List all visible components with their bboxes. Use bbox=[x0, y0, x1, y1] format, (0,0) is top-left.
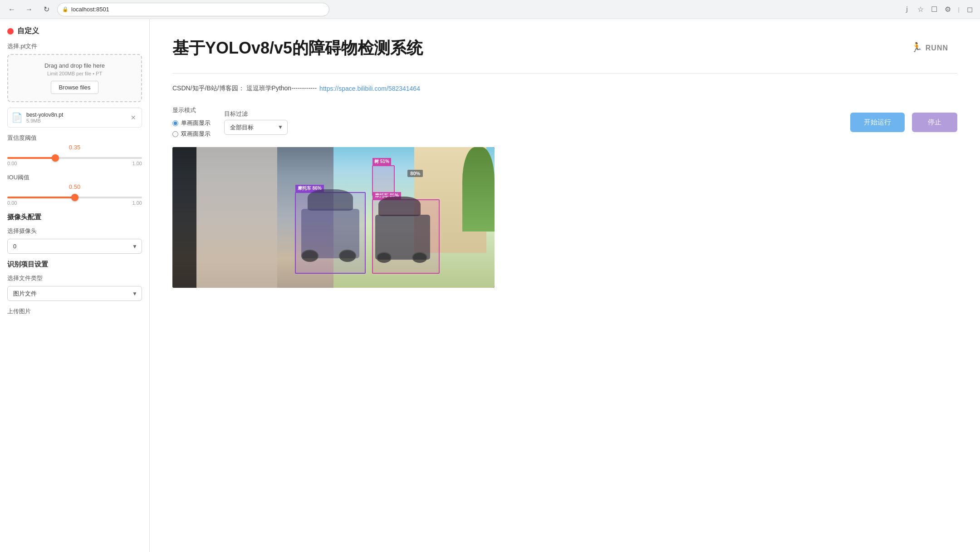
drag-drop-text: Drag and drop file here bbox=[15, 62, 134, 69]
radio-double-option[interactable]: 双画面显示 bbox=[172, 130, 211, 138]
radio-single-label: 单画面显示 bbox=[181, 119, 211, 127]
camera-select[interactable]: 0 bbox=[7, 239, 142, 254]
file-limit-text: Limit 200MB per file • PT bbox=[15, 71, 134, 76]
radio-double-input[interactable] bbox=[172, 131, 178, 137]
filter-select[interactable]: 全部目标 bbox=[224, 120, 288, 135]
running-indicator: 🏃 RUNN bbox=[911, 42, 948, 53]
camera-select-label: 选择摄像头 bbox=[7, 227, 142, 235]
detection-image-container: 摩托车 86% 摩托车 85% 树 51% 80% bbox=[172, 147, 495, 288]
bilibili-link[interactable]: https://space.bilibili.com/582341464 bbox=[319, 85, 420, 92]
file-section-label: 选择.pt文件 bbox=[7, 42, 142, 50]
detection-label-3: 树 51% bbox=[372, 158, 391, 165]
sidebar-title-text: 自定义 bbox=[17, 26, 39, 36]
confidence-max: 1.00 bbox=[132, 161, 142, 166]
detection-overlay: 摩托车 86% 摩托车 85% 树 51% 80% bbox=[172, 147, 495, 288]
file-info: best-yolov8n.pt 5.9MB bbox=[26, 112, 125, 123]
iou-max: 1.00 bbox=[132, 200, 142, 206]
tabs-icon[interactable]: ◻ bbox=[965, 3, 975, 15]
title-divider bbox=[172, 73, 957, 74]
sidebar: 自定义 选择.pt文件 Drag and drop file here Limi… bbox=[0, 19, 150, 552]
filetype-dropdown-wrapper: 图片文件 ▼ bbox=[7, 286, 142, 301]
extensions-icon[interactable]: ☐ bbox=[929, 3, 939, 15]
favorites-icon[interactable]: ☆ bbox=[916, 3, 926, 15]
page-title: 基于YOLOv8/v5的障碍物检测系统 bbox=[172, 37, 957, 59]
forward-button[interactable]: → bbox=[23, 3, 35, 16]
subtitle-text: CSDN/知乎/B站/博客园： 逗逗班学Python------------ bbox=[172, 84, 317, 93]
camera-section-title: 摄像头配置 bbox=[7, 213, 142, 222]
radio-single-input[interactable] bbox=[172, 120, 178, 126]
app-container: 自定义 选择.pt文件 Drag and drop file here Limi… bbox=[0, 19, 980, 552]
detection-box-3: 树 51% bbox=[372, 165, 395, 196]
camera-dropdown-wrapper: 0 ▼ bbox=[7, 239, 142, 254]
divider: | bbox=[956, 4, 961, 15]
url-text: localhost:8501 bbox=[71, 6, 109, 13]
action-buttons: 开始运行 停止 bbox=[850, 113, 957, 132]
file-icon: 📄 bbox=[11, 112, 23, 123]
subtitle-row: CSDN/知乎/B站/博客园： 逗逗班学Python------------ h… bbox=[172, 84, 957, 93]
iou-section: IOU阈值 0.50 0.00 1.00 bbox=[7, 173, 142, 206]
upload-images-label: 上传图片 bbox=[7, 307, 142, 315]
iou-slider[interactable] bbox=[7, 197, 142, 198]
status-dot bbox=[7, 28, 14, 34]
recognition-section-title: 识别项目设置 bbox=[7, 260, 142, 269]
iou-label: IOU阈值 bbox=[7, 173, 142, 182]
detection-label-4: 80% bbox=[407, 170, 423, 177]
radio-double-label: 双画面显示 bbox=[181, 130, 211, 138]
filetype-select-label: 选择文件类型 bbox=[7, 274, 142, 282]
browser-toolbar: ｊ ☆ ☐ ⚙ | ◻ bbox=[901, 3, 975, 16]
display-mode-group: 显示模式 单画面显示 双画面显示 bbox=[172, 106, 211, 138]
confidence-label: 置信度阈值 bbox=[7, 134, 142, 142]
confidence-section: 置信度阈值 0.35 0.00 1.00 bbox=[7, 134, 142, 166]
filetype-select[interactable]: 图片文件 bbox=[7, 286, 142, 301]
file-name: best-yolov8n.pt bbox=[26, 112, 125, 118]
settings-icon[interactable]: ⚙ bbox=[943, 3, 953, 15]
file-size: 5.9MB bbox=[26, 118, 125, 123]
file-item: 📄 best-yolov8n.pt 5.9MB ✕ bbox=[7, 108, 142, 128]
stop-button[interactable]: 停止 bbox=[912, 113, 957, 132]
radio-single-option[interactable]: 单画面显示 bbox=[172, 119, 211, 127]
back-button[interactable]: ← bbox=[5, 3, 18, 16]
filter-group: 目标过滤 全部目标 ▼ bbox=[224, 110, 288, 135]
confidence-value: 0.35 bbox=[7, 144, 142, 151]
address-bar[interactable]: 🔒 localhost:8501 bbox=[57, 3, 329, 16]
remove-file-button[interactable]: ✕ bbox=[129, 113, 138, 122]
browse-files-button[interactable]: Browse files bbox=[51, 81, 98, 94]
start-button[interactable]: 开始运行 bbox=[850, 113, 905, 132]
filter-select-wrapper: 全部目标 ▼ bbox=[224, 120, 288, 135]
confidence-slider[interactable] bbox=[7, 157, 142, 159]
sidebar-title: 自定义 bbox=[7, 26, 142, 36]
security-icon: 🔒 bbox=[62, 6, 69, 12]
confidence-min: 0.00 bbox=[7, 161, 17, 166]
filter-label: 目标过滤 bbox=[224, 110, 288, 118]
display-mode-label: 显示模式 bbox=[172, 106, 211, 114]
read-mode-icon[interactable]: ｊ bbox=[901, 3, 912, 16]
detection-image: 摩托车 86% 摩托车 85% 树 51% 80% bbox=[172, 147, 495, 288]
main-content: 🏃 RUNN 基于YOLOv8/v5的障碍物检测系统 CSDN/知乎/B站/博客… bbox=[150, 19, 980, 552]
browser-chrome: ← → ↻ 🔒 localhost:8501 ｊ ☆ ☐ ⚙ | ◻ bbox=[0, 0, 980, 19]
file-upload-area[interactable]: Drag and drop file here Limit 200MB per … bbox=[7, 54, 142, 102]
iou-value: 0.50 bbox=[7, 183, 142, 190]
iou-min: 0.00 bbox=[7, 200, 17, 206]
refresh-button[interactable]: ↻ bbox=[40, 3, 53, 16]
controls-row: 显示模式 单画面显示 双画面显示 目标过滤 全部目标 ▼ 开始运行 bbox=[172, 106, 957, 138]
